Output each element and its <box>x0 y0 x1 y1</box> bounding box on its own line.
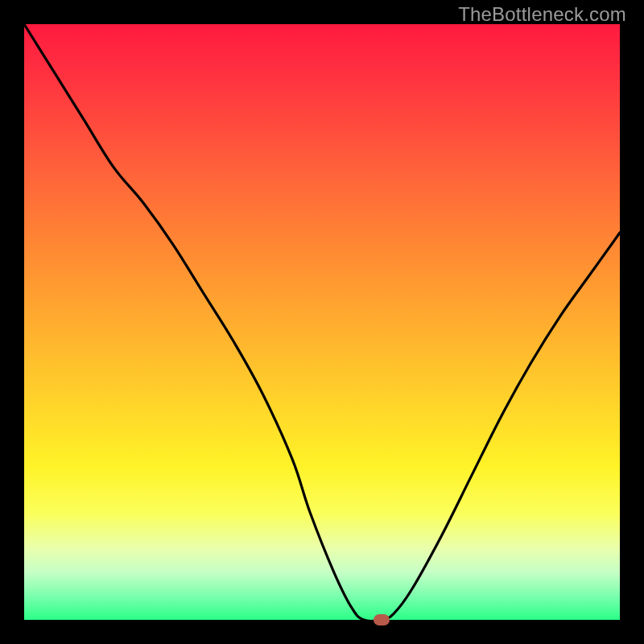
optimal-point-marker <box>374 614 390 625</box>
watermark-text: TheBottleneck.com <box>458 3 626 26</box>
chart-frame: TheBottleneck.com <box>0 0 644 644</box>
plot-area <box>24 24 620 620</box>
bottleneck-curve <box>24 24 620 620</box>
